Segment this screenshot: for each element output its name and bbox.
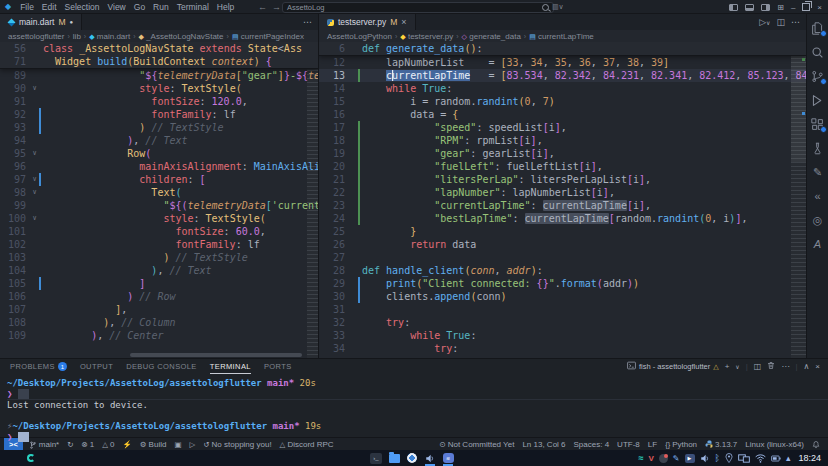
close-button[interactable]: × [817,3,822,12]
code-line[interactable]: 19"gear": gearList[i], [319,147,806,160]
activity-explorer-icon[interactable] [807,16,828,40]
browser-app-icon[interactable] [406,453,418,464]
menu-item-edit[interactable]: Edit [42,2,57,12]
breadcrumb-item-assettologflutter[interactable]: assettologflutter [8,32,64,41]
code-line[interactable]: 23"currentLapTime": currentLapTime[i], [319,199,806,212]
code-line[interactable]: 99"${(telemetryData['current [0,199,318,212]
code-editor-dart[interactable]: 56class _AssettoLogNavState extends Stat… [0,42,318,358]
breadcrumb-item-currentlaptime[interactable]: ▤ currentLapTime [529,32,594,41]
code-line[interactable]: 28def handle_client(conn, addr): [319,264,806,277]
new-terminal-icon[interactable]: + [725,362,730,371]
code-line[interactable]: 93) // TextStyle [0,121,318,134]
code-line[interactable]: 98∨Text( [0,186,318,199]
customize-layout-icon[interactable]: ▥∨ [552,3,564,11]
code-line[interactable]: 107], [0,303,318,316]
media-play-icon[interactable]: ▶ [685,454,695,463]
tab-testserver-py[interactable]: testserver.py M × [319,14,416,30]
layout-grid-icon[interactable]: ⊞ [777,3,784,12]
fold-icon[interactable]: ∨ [30,186,39,199]
activity-references-icon[interactable]: « [807,184,828,208]
activity-edit-session-icon[interactable]: ✎ [807,160,828,184]
breadcrumb-item--assettolognavstate[interactable]: ◆ _AssettoLogNavState [139,32,224,41]
split-editor-icon[interactable]: ◫ [776,17,785,27]
minimap[interactable] [791,42,806,358]
activity-search-icon[interactable] [807,40,828,64]
terminal-instance[interactable]: fish - assettologflutter △ [627,361,719,372]
breadcrumb-item-generate-data[interactable]: ◇ generate_data [462,32,521,41]
code-line[interactable]: 109), // Center [0,329,318,342]
forward-icon[interactable]: → [272,2,281,12]
breadcrumb-item-assettologpython[interactable]: AssettoLogPython [327,32,392,41]
location-icon[interactable] [725,453,733,463]
terminal-output[interactable]: ~/Desktop/Projects/AssettoLog/assettolog… [0,374,828,442]
menu-item-selection[interactable]: Selection [65,2,100,12]
network-waves-icon[interactable]: ≈ [639,453,644,463]
code-line[interactable]: 20"fuelLeft": fuelLeftList[i], [319,160,806,173]
minimize-button[interactable]: – [791,3,795,12]
activity-azure-tools-icon[interactable]: A [807,232,828,256]
volume-icon[interactable] [700,454,710,463]
fold-icon[interactable]: ∨ [30,147,39,160]
terminal-dropdown-icon[interactable]: ∨ [735,363,739,370]
code-line[interactable]: 95∨Row( [0,147,318,160]
command-center-search[interactable]: AssettoLog [282,2,554,13]
activity-source-control-icon[interactable] [807,64,828,88]
menu-item-view[interactable]: View [107,2,125,12]
code-line[interactable]: 16data = { [319,108,806,121]
panel-tab-problems[interactable]: PROBLEMS1 [10,359,67,374]
wifi-icon[interactable] [755,454,766,463]
mixer-app-icon[interactable] [424,453,436,464]
code-editor-python[interactable]: 6def generate_data(): 12lapNumberList = … [319,42,806,358]
more-actions-icon[interactable]: ⋯ [303,17,312,27]
bluetooth-icon[interactable]: ᛒ [715,453,720,463]
code-line[interactable]: 103) // TextStyle [0,251,318,264]
breadcrumb-item-lib[interactable]: lib [73,32,81,41]
breadcrumb-item-main-dart[interactable]: ◆ main.dart [89,32,130,41]
code-line[interactable]: 102fontFamily: lf [0,238,318,251]
tray-expand-icon[interactable]: ▴ [786,453,791,463]
run-python-file-icon[interactable]: ▷∨ [759,17,770,27]
annotate-pencil-icon[interactable]: ✎ [673,454,680,463]
code-line[interactable]: 106) // Row [0,290,318,303]
displays-icon[interactable] [738,454,750,463]
code-line[interactable]: 25} [319,225,806,238]
close-tab-icon[interactable]: × [401,17,406,27]
code-line[interactable]: 29print("Client connected: {}".format(ad… [319,277,806,290]
code-line[interactable]: 18"RPM": rpmList[i], [319,134,806,147]
activity-accounts-icon[interactable]: ◎ [807,208,828,232]
code-line[interactable]: 27 [319,251,806,264]
code-line[interactable]: 26return data [319,238,806,251]
code-line[interactable]: 97∨children: [ [0,173,318,186]
close-panel-icon[interactable]: × [815,362,820,371]
fold-icon[interactable]: ∨ [30,212,39,225]
battery-icon[interactable] [771,454,781,463]
code-line[interactable]: 104), // Text [0,264,318,277]
code-line[interactable]: 71Widget build(BuildContext context) { [0,55,318,68]
back-icon[interactable]: ← [258,2,267,12]
code-line[interactable]: 6def generate_data(): [319,42,806,55]
toggle-sidebar-icon[interactable] [729,4,738,11]
panel-tab-terminal[interactable]: TERMINAL [210,359,251,374]
panel-tab-debug-console[interactable]: DEBUG CONSOLE [126,359,197,374]
code-line[interactable]: 30clients.append(conn) [319,290,806,303]
code-line[interactable]: 22"lapNumber": lapNumberList[i], [319,186,806,199]
maximize-panel-icon[interactable]: ∧ [803,362,809,371]
fold-icon[interactable]: ∨ [30,82,39,95]
code-line[interactable]: 21"litersPerLap": litersPerLapList[i], [319,173,806,186]
taskbar-clock[interactable]: 18:24 [798,453,821,463]
kill-terminal-icon[interactable] [767,361,775,372]
minimap[interactable] [307,42,318,358]
restore-button[interactable] [802,3,810,11]
code-line[interactable]: 12lapNumberList = [33, 34, 35, 36, 37, 3… [319,56,806,69]
code-line[interactable]: 108), // Column [0,316,318,329]
code-line[interactable]: 34try: [319,342,806,355]
launcher-icon[interactable] [27,454,35,462]
code-line[interactable]: 56class _AssettoLogNavState extends Stat… [0,42,318,55]
code-line[interactable]: 92fontFamily: lf [0,108,318,121]
code-line[interactable]: 33while True: [319,329,806,342]
split-terminal-icon[interactable]: ◫ [754,362,762,371]
chat-app-icon[interactable]: ≋ [442,453,454,464]
code-line[interactable]: 105] [0,277,318,290]
panel-tab-output[interactable]: OUTPUT [80,359,113,374]
code-line[interactable]: 24"bestLapTime": currentLapTime[random.r… [319,212,806,225]
